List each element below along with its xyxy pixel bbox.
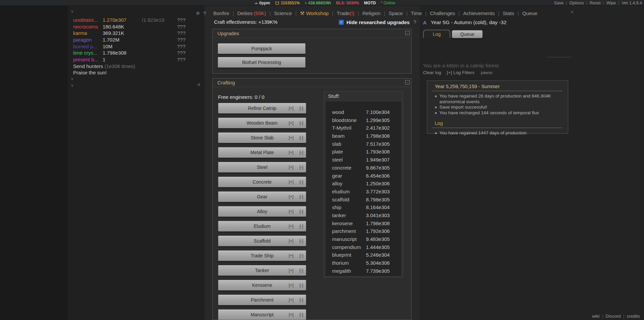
craft-minus-button[interactable]: [-]	[300, 253, 303, 258]
upgrade-button-pumpjack[interactable]: Pumpjack	[218, 43, 306, 54]
craft-button-refine-catnip[interactable]: Refine Catnip [+] [-]	[218, 103, 306, 114]
craft-plus-button[interactable]: [+]	[289, 224, 293, 229]
resource-row-karma: karma 369.321K ???	[73, 30, 214, 37]
craft-minus-button[interactable]: [-]	[300, 121, 303, 125]
craft-minus-button[interactable]: [-]	[300, 298, 303, 302]
tab-science[interactable]: Science	[271, 10, 295, 16]
resource-list: unobtaini... 1.270e307 /1.923e19 ??? nec…	[73, 17, 214, 63]
craft-plus-button[interactable]: [+]	[289, 253, 293, 258]
stuff-row: ship8.164e304	[325, 203, 401, 211]
tab-challenges[interactable]: Challenges	[427, 10, 459, 16]
craft-plus-button[interactable]: [+]	[289, 165, 293, 170]
craft-button-concrete[interactable]: Concrete [+] [-]	[218, 177, 306, 187]
resource-collapse-toggle[interactable]: v	[71, 9, 73, 13]
craft-plus-button[interactable]: [+]	[289, 180, 293, 184]
craft-button-wooden-beam[interactable]: Wooden Beam [+] [-]	[218, 118, 306, 128]
craft-button-tanker[interactable]: Tanker [+] [-]	[218, 265, 306, 276]
send-hunters-link[interactable]: Send hunters (1e306 times)	[73, 63, 135, 70]
online-indicator[interactable]: * Online	[381, 1, 395, 5]
craft-plus-button[interactable]: [+]	[289, 283, 293, 287]
version-label: Ver 1.4.9.4	[622, 1, 642, 5]
tab-log[interactable]: Log	[423, 30, 450, 38]
tab-gear-icon[interactable]: ⚙	[196, 11, 200, 16]
upgrades-collapse-button[interactable]: -	[405, 31, 410, 35]
hide-researched-checkbox[interactable]: ✓	[339, 20, 344, 25]
tab-space[interactable]: Space	[385, 10, 407, 16]
upgrade-button-biofuel-processing[interactable]: Biofuel Processing	[218, 57, 306, 68]
craft-minus-button[interactable]: [-]	[300, 268, 303, 273]
hide-researched-label[interactable]: Hide researched upgrades	[346, 19, 410, 25]
crafting-collapse-button[interactable]: -	[405, 80, 410, 84]
craft-button-scaffold[interactable]: Scaffold [+] [-]	[218, 236, 306, 246]
log-entry: Save import successful!	[432, 105, 562, 110]
craft-button-trade-ship[interactable]: Trade Ship [+] [-]	[218, 250, 306, 261]
tab-bonfire[interactable]: Bonfire	[210, 10, 233, 16]
discord-link[interactable]: Discord	[605, 314, 621, 319]
craft-minus-button[interactable]: [-]	[300, 180, 303, 184]
tab-workshop[interactable]: ⚒Workshop	[297, 10, 332, 16]
craft-plus-button[interactable]: [+]	[289, 209, 293, 214]
craft-minus-button[interactable]: [-]	[300, 224, 303, 229]
stuff-row: wood7.100e304	[325, 108, 401, 116]
craft-minus-button[interactable]: [-]	[300, 194, 303, 199]
settings-gear-icon[interactable]: ⚙	[197, 83, 201, 87]
craft-minus-button[interactable]: [-]	[300, 283, 303, 287]
tab-religion[interactable]: Religion	[359, 10, 384, 16]
craft-minus-button[interactable]: [-]	[300, 135, 303, 140]
tab-queue[interactable]: Queue	[519, 10, 541, 16]
right-column-collapse-toggle[interactable]: <	[571, 9, 574, 14]
resource-row-time-crystal: time crys... 1.798e308 ???	[73, 50, 214, 56]
clear-log-link[interactable]: Clear log	[423, 70, 441, 75]
section-collapse-toggle[interactable]: v	[71, 83, 73, 87]
log-filters-link[interactable]: [+] Log Filters	[447, 70, 474, 75]
pawse-link[interactable]: pawse	[481, 70, 492, 75]
tab-stats[interactable]: Stats	[499, 10, 518, 16]
craft-plus-button[interactable]: [+]	[289, 135, 293, 140]
craft-plus-button[interactable]: [+]	[289, 194, 293, 199]
craft-plus-button[interactable]: [+]	[289, 312, 293, 317]
hammer-pick-icon: ⚒	[300, 10, 304, 16]
hide-researched-help-icon[interactable]: ?	[414, 19, 416, 25]
craft-plus-button[interactable]: [+]	[289, 239, 293, 243]
save-link[interactable]: Save	[554, 1, 564, 5]
craft-minus-button[interactable]: [-]	[300, 209, 303, 214]
craft-minus-button[interactable]: [-]	[300, 150, 303, 155]
bls-indicator: BLS: 5030%	[336, 1, 359, 5]
praise-the-sun-link[interactable]: Praise the sun!	[73, 69, 107, 76]
tab-queue-button[interactable]: Queue	[452, 30, 483, 38]
reset-link[interactable]: Reset	[590, 1, 601, 5]
craft-plus-button[interactable]: [+]	[289, 106, 293, 111]
stuff-row: gear6.454e306	[325, 172, 401, 180]
wipe-link[interactable]: Wipe	[606, 1, 616, 5]
craft-plus-button[interactable]: [+]	[289, 298, 293, 302]
craft-button-kerosene[interactable]: Kerosene [+] [-]	[218, 280, 306, 291]
craft-plus-button[interactable]: [+]	[289, 150, 293, 155]
craft-minus-button[interactable]: [-]	[300, 239, 303, 243]
section-collapse-toggle[interactable]: v	[71, 76, 73, 81]
stuff-row: blueprint5.246e304	[325, 251, 401, 259]
craft-plus-button[interactable]: [+]	[289, 121, 293, 125]
craft-plus-button[interactable]: [+]	[289, 268, 293, 273]
stuff-row: bloodstone1.299e305	[325, 116, 401, 124]
tab-achievements[interactable]: Achievements	[460, 10, 498, 16]
craft-button-metal-plate[interactable]: Metal Plate [+] [-]	[218, 147, 306, 158]
craft-button-steel[interactable]: Steel [+] [-]	[218, 162, 306, 173]
options-link[interactable]: Options	[570, 1, 584, 5]
wiki-link[interactable]: wiki	[592, 314, 600, 319]
craft-minus-button[interactable]: [-]	[300, 165, 303, 170]
credits-link[interactable]: credits	[627, 314, 640, 319]
tab-deities[interactable]: Deities(55K)	[234, 10, 269, 16]
craft-effectiveness-label: Craft effectiveness: +139K%	[214, 19, 277, 25]
tab-trade[interactable]: Trade(!)	[333, 10, 358, 16]
craft-button-alloy[interactable]: Alloy [+] [-]	[218, 206, 306, 217]
craft-button-eludium[interactable]: Eludium [+] [-]	[218, 221, 306, 232]
craft-button-stone-slab[interactable]: Stone Slab [+] [-]	[218, 132, 306, 143]
tab-help-icon[interactable]: ?	[203, 10, 206, 16]
craft-button-manuscript[interactable]: Manuscript [+] [-]	[218, 309, 306, 320]
craft-button-gear[interactable]: Gear [+] [-]	[218, 191, 306, 202]
craft-button-parchment[interactable]: Parchment [+] [-]	[218, 295, 306, 305]
tab-time[interactable]: Time	[408, 10, 425, 16]
motd-link[interactable]: MOTD	[364, 1, 376, 5]
craft-minus-button[interactable]: [-]	[300, 106, 303, 111]
craft-minus-button[interactable]: [-]	[300, 312, 303, 317]
